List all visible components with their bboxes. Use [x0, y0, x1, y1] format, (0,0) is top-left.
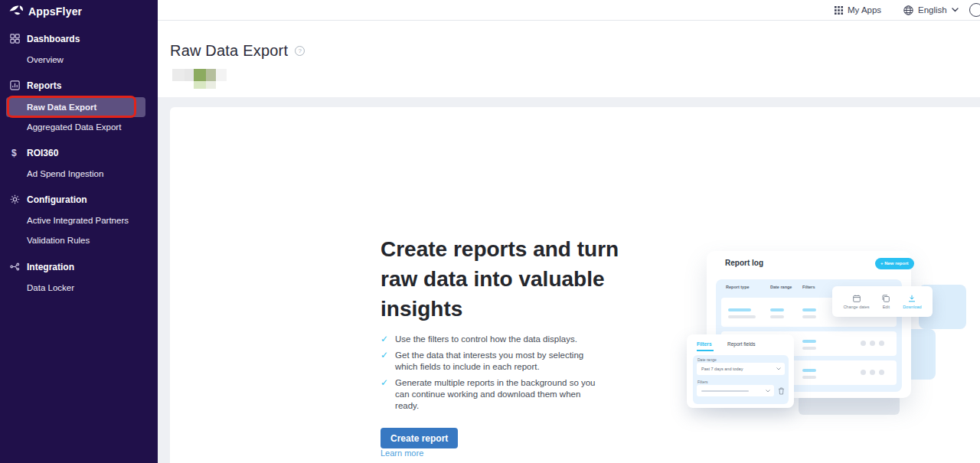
appsflyer-logo-icon	[9, 5, 24, 18]
download-action: Download	[903, 295, 921, 309]
sidebar-item-ad-spend-ingestion[interactable]: Ad Spend Ingestion	[0, 164, 158, 184]
filters-select	[697, 385, 774, 396]
reports-icon	[10, 80, 21, 91]
ellipsis-dot	[861, 370, 866, 375]
app-selector-redacted[interactable]	[172, 67, 227, 89]
help-icon[interactable]	[969, 3, 980, 17]
appsflyer-logo-text: AppsFlyer	[28, 5, 82, 18]
sidebar-item-aggregated-data-export[interactable]: Aggregated Data Export	[0, 117, 158, 137]
sidebar-item-active-integrated-partners[interactable]: Active Integrated Partners	[0, 210, 158, 230]
feature-list: ✓ Use the filters to control how the dat…	[381, 334, 610, 416]
date-range-select: Past 7 days and today	[697, 363, 785, 375]
sidebar-section-label: Configuration	[27, 190, 87, 210]
title-help-icon[interactable]: ?	[295, 46, 305, 56]
redacted-pixel	[172, 69, 185, 81]
chevron-down-icon	[776, 367, 781, 370]
sidebar-item-label: Validation Rules	[27, 230, 90, 250]
active-tab-underline	[697, 350, 714, 351]
filters-label: Filters	[697, 380, 708, 384]
placeholder-line	[701, 390, 749, 392]
dashboards-icon	[10, 34, 21, 44]
ellipsis-dot	[870, 341, 875, 346]
redacted-pixel	[185, 69, 194, 81]
sidebar-section-label: ROI360	[27, 143, 58, 163]
date-range-value: Past 7 days and today	[701, 363, 743, 375]
illustration-column-header: Report type	[726, 285, 750, 289]
sidebar-section-configuration[interactable]: Configuration	[0, 190, 158, 210]
redacted-pixel	[206, 69, 216, 81]
sidebar-section-label: Reports	[27, 76, 61, 96]
placeholder-bar	[802, 308, 816, 311]
download-label: Download	[903, 305, 921, 309]
my-apps-button[interactable]: My Apps	[835, 0, 881, 20]
placeholder-bar	[728, 308, 751, 311]
sidebar-item-label: Active Integrated Partners	[27, 210, 129, 230]
list-item: ✓ Generate multiple reports in the backg…	[381, 377, 610, 412]
sidebar-item-label: Raw Data Export	[27, 97, 96, 117]
check-icon: ✓	[381, 334, 388, 345]
language-label: English	[918, 5, 947, 15]
check-icon: ✓	[381, 350, 388, 373]
illustration-tab-filters: Filters	[697, 341, 712, 347]
placeholder-bar	[802, 347, 816, 350]
sidebar-section-integration[interactable]: Integration	[0, 257, 158, 277]
apps-grid-icon	[835, 6, 843, 15]
illustration-column-header: Date range	[770, 285, 792, 289]
appsflyer-logo[interactable]: AppsFlyer	[9, 5, 82, 18]
download-icon	[908, 295, 916, 302]
sidebar-item-overview[interactable]: Overview	[0, 50, 158, 70]
ellipsis-dot	[879, 370, 884, 375]
globe-icon	[903, 5, 913, 15]
sidebar-item-label: Overview	[27, 50, 64, 70]
dollar-icon: $	[11, 143, 22, 154]
sidebar-item-data-locker[interactable]: Data Locker	[0, 278, 158, 298]
sidebar-item-label: Data Locker	[27, 278, 74, 298]
sidebar-item-validation-rules[interactable]: Validation Rules	[0, 230, 158, 250]
page-title: Raw Data Export	[170, 42, 288, 60]
sidebar-section-reports[interactable]: Reports	[0, 76, 158, 96]
empty-state-headline: Create reports and turn raw data into va…	[381, 234, 638, 324]
illustration-new-report-button: + New report	[875, 258, 914, 269]
illustration-actions-popover: Change dates Edit Download	[832, 286, 933, 317]
trash-icon	[778, 387, 785, 395]
page-header: Raw Data Export ?	[158, 21, 980, 97]
placeholder-bar	[728, 315, 756, 318]
sidebar-item-raw-data-export[interactable]: Raw Data Export	[0, 97, 158, 117]
placeholder-bar	[802, 376, 816, 379]
calendar-icon	[853, 295, 861, 302]
list-item: ✓ Get the data that interests you most b…	[381, 350, 610, 373]
integration-icon	[10, 262, 21, 272]
placeholder-bar	[770, 308, 784, 311]
illustration-tab-report-fields: Report fields	[727, 341, 756, 347]
sidebar-item-label: Ad Spend Ingestion	[27, 164, 103, 184]
sidebar-section-label: Integration	[27, 257, 74, 277]
check-icon: ✓	[381, 377, 388, 412]
language-selector[interactable]: English	[903, 0, 959, 20]
change-dates-action: Change dates	[843, 295, 869, 309]
sidebar-section-roi360[interactable]: $ ROI360	[0, 143, 158, 163]
list-item: ✓ Use the filters to control how the dat…	[381, 334, 610, 345]
ellipsis-dot	[870, 370, 875, 375]
list-item-text: Use the filters to control how the data …	[395, 334, 599, 345]
placeholder-bar	[802, 315, 816, 318]
sidebar: AppsFlyer Dashboards Overview R	[0, 0, 158, 463]
page: AppsFlyer Dashboards Overview R	[0, 0, 980, 463]
edit-label: Edit	[883, 305, 890, 309]
edit-action: Edit	[882, 295, 890, 309]
topbar: My Apps English	[158, 0, 980, 21]
ellipsis-dot	[879, 341, 884, 346]
sidebar-section-dashboards[interactable]: Dashboards	[0, 29, 158, 49]
placeholder-bar	[770, 315, 784, 318]
my-apps-label: My Apps	[848, 5, 881, 15]
sidebar-section-label: Dashboards	[27, 29, 80, 49]
learn-more-link[interactable]: Learn more	[381, 448, 423, 458]
create-report-button[interactable]: Create report	[381, 428, 458, 448]
illustration-report-log-title: Report log	[725, 259, 763, 267]
redacted-pixel	[216, 69, 227, 81]
gear-icon	[10, 194, 21, 205]
redacted-pixel	[194, 69, 206, 81]
sidebar-item-label: Aggregated Data Export	[27, 117, 121, 137]
list-item-text: Get the data that interests you most by …	[395, 350, 599, 373]
redacted-pixel	[194, 81, 206, 89]
date-range-label: Date range	[697, 357, 717, 362]
